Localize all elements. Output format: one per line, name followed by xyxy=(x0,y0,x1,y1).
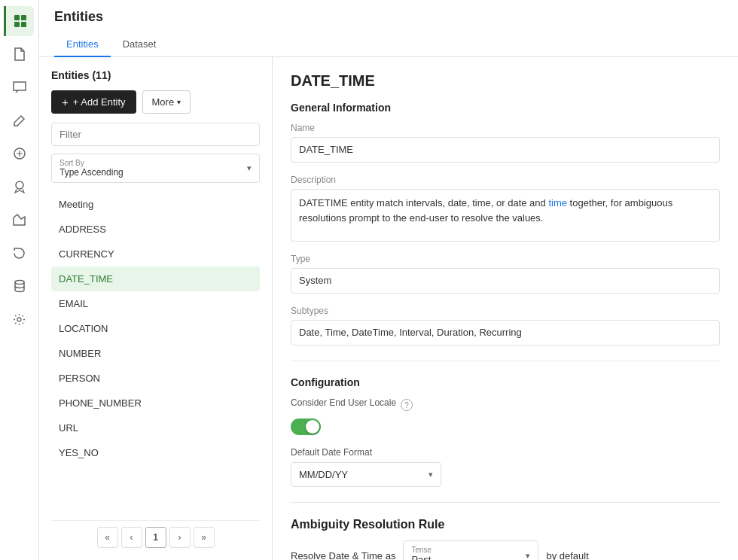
list-item-address[interactable]: ADDRESS xyxy=(51,217,260,242)
sidebar-item-grid[interactable] xyxy=(4,6,34,36)
ambiguity-resolution-row: Resolve Date & Time as Tense Past ▾ by d… xyxy=(291,540,720,560)
add-entity-button[interactable]: + + Add Entity xyxy=(51,90,136,114)
tab-dataset[interactable]: Dataset xyxy=(111,32,169,57)
tense-chevron-icon: ▾ xyxy=(526,551,530,561)
sidebar-item-chat[interactable] xyxy=(5,72,35,102)
info-icon[interactable]: ? xyxy=(401,399,413,411)
ambiguity-resolution-title: Ambiguity Resolution Rule xyxy=(291,518,720,531)
next-page-button[interactable]: › xyxy=(169,527,191,548)
main-content: Entities Entities Dataset Entities (11) … xyxy=(39,0,738,560)
date-format-dropdown[interactable]: MM/DD/YY ▾ xyxy=(291,462,441,487)
list-item-phone[interactable]: PHONE_NUMBER xyxy=(51,391,260,415)
sort-value: Type Ascending xyxy=(59,167,124,178)
list-item-meeting[interactable]: Meeting xyxy=(51,192,260,217)
general-info-title: General Information xyxy=(291,102,720,114)
tab-bar: Entities Dataset xyxy=(54,32,723,56)
more-button[interactable]: More ▾ xyxy=(142,90,191,114)
sidebar-item-message[interactable] xyxy=(5,138,35,169)
sort-dropdown[interactable]: Sort By Type Ascending ▾ xyxy=(51,154,260,183)
description-highlight: time xyxy=(548,197,567,208)
right-panel: DATE_TIME General Information Name DATE_… xyxy=(273,57,738,560)
configuration-title: Configuration xyxy=(291,376,720,388)
description-field: Description DATETIME entity match interv… xyxy=(291,175,720,242)
chevron-down-icon: ▾ xyxy=(177,98,181,106)
more-label: More xyxy=(152,96,175,108)
action-buttons: + + Add Entity More ▾ xyxy=(51,90,260,114)
resolve-datetime-label: Resolve Date & Time as xyxy=(291,550,395,561)
list-item-email[interactable]: EMAIL xyxy=(51,291,260,316)
tab-entities[interactable]: Entities xyxy=(54,32,111,57)
first-page-button[interactable]: « xyxy=(97,527,118,548)
description-value: DATETIME entity match intervals, date, t… xyxy=(291,189,720,242)
sidebar-item-refresh[interactable] xyxy=(5,238,35,268)
list-item-person[interactable]: PERSON xyxy=(51,366,260,391)
subtypes-field: Subtypes Date, Time, DateTime, Interval,… xyxy=(291,306,720,345)
list-item-number[interactable]: NUMBER xyxy=(51,341,260,366)
subtypes-label: Subtypes xyxy=(291,306,720,316)
current-page: 1 xyxy=(145,527,166,548)
list-item-currency[interactable]: CURRENCY xyxy=(51,242,260,266)
last-page-button[interactable]: » xyxy=(194,527,215,548)
entity-list: Meeting ADDRESS CURRENCY DATE_TIME EMAIL… xyxy=(51,192,260,511)
content-area: Entities (11) + + Add Entity More ▾ Sort… xyxy=(39,57,738,560)
sidebar-item-settings[interactable] xyxy=(5,304,35,334)
name-field: Name DATE_TIME xyxy=(291,123,720,163)
sidebar-item-badge[interactable] xyxy=(5,172,35,202)
header: Entities Entities Dataset xyxy=(39,0,738,57)
svg-rect-3 xyxy=(21,22,26,27)
subtypes-value: Date, Time, DateTime, Interval, Duration… xyxy=(291,320,720,345)
add-entity-label: + Add Entity xyxy=(73,96,126,108)
type-field: Type System xyxy=(291,254,720,294)
type-value: System xyxy=(291,268,720,294)
sidebar-item-chart[interactable] xyxy=(5,205,35,235)
end-user-locale-label: Consider End User Locale xyxy=(291,397,396,408)
left-panel: Entities (11) + + Add Entity More ▾ Sort… xyxy=(39,57,273,560)
svg-point-7 xyxy=(17,318,21,321)
pagination: « ‹ 1 › » xyxy=(51,520,260,548)
filter-input[interactable] xyxy=(51,123,260,146)
end-user-locale-toggle[interactable] xyxy=(291,418,321,435)
sidebar-item-file[interactable] xyxy=(5,39,35,69)
section-divider-2 xyxy=(291,502,720,503)
sort-chevron-icon: ▾ xyxy=(247,163,252,173)
tense-label: Tense xyxy=(411,546,432,554)
by-default-label: by default xyxy=(546,550,588,561)
default-date-format-group: Default Date Format MM/DD/YY ▾ xyxy=(291,447,720,487)
sort-label: Sort By xyxy=(59,159,124,167)
entity-detail-title: DATE_TIME xyxy=(291,72,720,90)
plus-icon: + xyxy=(62,96,69,108)
list-item-datetime[interactable]: DATE_TIME xyxy=(51,266,260,291)
svg-point-6 xyxy=(15,281,24,285)
svg-rect-0 xyxy=(14,15,20,20)
end-user-locale-group: Consider End User Locale ? xyxy=(291,397,720,435)
date-format-chevron-icon: ▾ xyxy=(428,470,433,479)
description-label: Description xyxy=(291,175,720,185)
sidebar xyxy=(0,0,39,560)
entities-count-title: Entities (11) xyxy=(51,69,260,81)
description-text-before: DATETIME entity match intervals, date, t… xyxy=(299,197,548,208)
tense-dropdown[interactable]: Tense Past ▾ xyxy=(403,540,538,560)
default-date-format-label: Default Date Format xyxy=(291,447,720,458)
name-value: DATE_TIME xyxy=(291,137,720,163)
date-format-value: MM/DD/YY xyxy=(299,469,348,480)
list-item-yesno[interactable]: YES_NO xyxy=(51,440,260,465)
page-title: Entities xyxy=(54,9,723,25)
list-item-location[interactable]: LOCATION xyxy=(51,316,260,341)
svg-point-5 xyxy=(16,181,23,189)
type-label: Type xyxy=(291,254,720,264)
list-item-url[interactable]: URL xyxy=(51,415,260,440)
tense-value: Past xyxy=(411,554,432,560)
prev-page-button[interactable]: ‹ xyxy=(121,527,142,548)
sidebar-item-edit[interactable] xyxy=(5,105,35,135)
svg-rect-2 xyxy=(14,22,20,27)
section-divider xyxy=(291,361,720,361)
svg-rect-1 xyxy=(21,15,26,20)
sidebar-item-db[interactable] xyxy=(5,271,35,301)
name-label: Name xyxy=(291,123,720,133)
